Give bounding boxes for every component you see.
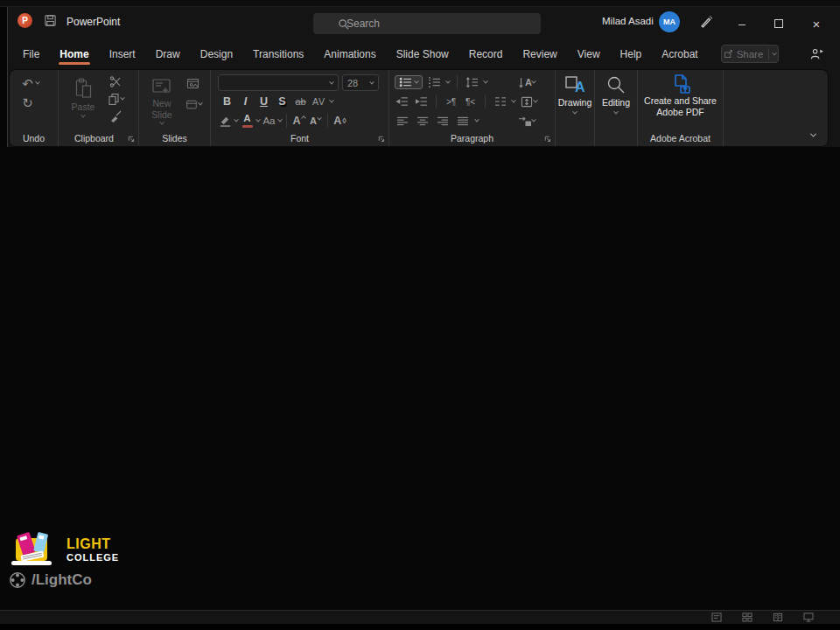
account-avatar[interactable]: MA (659, 11, 680, 32)
bullets-button[interactable] (395, 75, 423, 89)
tab-slide-show[interactable]: Slide Show (396, 43, 450, 66)
font-name-combo[interactable] (218, 74, 339, 91)
align-center-button[interactable] (415, 113, 430, 129)
tab-file[interactable]: File (22, 43, 40, 66)
align-left-icon (396, 116, 409, 126)
cut-button[interactable] (108, 74, 122, 89)
clipboard-dialog-launcher[interactable] (127, 135, 135, 143)
highlight-dropdown-chevron[interactable] (234, 117, 239, 122)
italic-button[interactable]: I (238, 94, 253, 109)
paragraph-dialog-launcher[interactable] (543, 135, 551, 143)
align-text-button[interactable] (519, 94, 534, 109)
save-button[interactable] (44, 14, 57, 27)
line-spacing-chevron[interactable] (483, 79, 488, 84)
account-name[interactable]: Milad Asadi (602, 16, 654, 26)
inking-pen-icon[interactable] (697, 14, 713, 30)
font-size-value: 28 (347, 78, 358, 88)
align-right-button[interactable] (435, 113, 450, 129)
close-button[interactable]: × (802, 7, 831, 40)
text-direction-button[interactable]: A (517, 74, 532, 90)
text-shadow-button[interactable]: S (275, 94, 290, 109)
tab-home[interactable]: Home (59, 43, 89, 66)
paste-button[interactable]: Paste (64, 73, 102, 129)
bottom-black-strip (0, 624, 840, 630)
redo-button[interactable]: ↻ (20, 94, 35, 110)
section-button[interactable] (184, 96, 199, 112)
columns-button[interactable] (493, 94, 508, 109)
align-text-chevron[interactable] (533, 98, 538, 103)
tab-acrobat[interactable]: Acrobat (661, 43, 698, 66)
format-painter-button[interactable] (108, 108, 122, 124)
tab-review[interactable]: Review (522, 43, 557, 66)
tab-draw[interactable]: Draw (155, 43, 181, 66)
rtl-direction-button[interactable]: ¶< (463, 94, 478, 109)
slideshow-view-button[interactable] (803, 612, 814, 622)
justify-button[interactable] (455, 113, 470, 129)
numbering-button[interactable] (427, 74, 442, 90)
change-case-button[interactable]: Aa (262, 113, 276, 129)
slides-group-label: Slides (139, 133, 210, 144)
tab-design[interactable]: Design (200, 43, 234, 66)
adobe-pdf-icon (670, 74, 691, 94)
tab-help[interactable]: Help (620, 43, 643, 66)
share-button[interactable]: Share (721, 45, 779, 63)
numbering-chevron[interactable] (445, 79, 451, 84)
font-color-chevron[interactable] (256, 117, 261, 122)
new-slide-button[interactable]: New Slide (143, 73, 181, 129)
font-color-button[interactable]: A (240, 113, 255, 129)
slide-canvas[interactable]: LIGHT COLLEGE /LightCo (0, 147, 840, 610)
collapse-ribbon-chevron[interactable] (810, 131, 816, 137)
underline-button[interactable]: U (256, 94, 271, 109)
line-spacing-button[interactable] (465, 74, 480, 90)
minimize-button[interactable]: – (727, 7, 757, 40)
layout-button[interactable] (186, 75, 200, 91)
strikethrough-button[interactable]: ab (293, 94, 308, 109)
text-direction-chevron[interactable] (531, 79, 536, 84)
ribbon: ↶ ↻ Undo Paste (9, 69, 829, 147)
decrease-indent-button[interactable] (395, 94, 410, 109)
undo-dropdown-chevron[interactable] (35, 80, 40, 85)
font-dialog-launcher[interactable] (377, 135, 385, 143)
smartart-chevron[interactable] (531, 117, 536, 122)
increase-indent-button[interactable] (414, 94, 429, 109)
aparat-icon (9, 571, 26, 589)
tab-insert[interactable]: Insert (108, 43, 136, 66)
maximize-button[interactable] (764, 7, 794, 40)
shrink-font-button[interactable]: A (308, 113, 323, 129)
normal-view-button[interactable] (711, 612, 722, 622)
powerpoint-app-icon[interactable]: P (18, 13, 32, 28)
clear-formatting-button[interactable]: A◊ (332, 113, 347, 129)
reading-view-button[interactable] (773, 612, 783, 622)
search-input[interactable]: Search (313, 13, 541, 34)
undo-button[interactable]: ↶ (20, 75, 35, 91)
font-size-combo[interactable]: 28 (342, 74, 379, 91)
justify-chevron[interactable] (474, 117, 480, 122)
bold-button[interactable]: B (220, 94, 234, 109)
group-slides: New Slide Slides (139, 70, 211, 146)
change-case-chevron[interactable] (277, 117, 283, 122)
create-share-pdf-button[interactable]: Create and Share Adobe PDF (638, 70, 723, 126)
drawing-button[interactable]: A Drawing (556, 70, 594, 126)
tab-transitions[interactable]: Transitions (252, 43, 304, 66)
smartart-button[interactable] (517, 113, 532, 129)
character-spacing-chevron[interactable] (329, 98, 334, 103)
share-icon (724, 49, 733, 59)
tab-animations[interactable]: Animations (323, 43, 376, 66)
font-name-chevron (329, 79, 334, 84)
tab-record[interactable]: Record (468, 43, 504, 66)
copy-button[interactable] (106, 91, 121, 107)
align-left-button[interactable] (395, 113, 410, 129)
tab-view[interactable]: View (577, 43, 601, 66)
character-spacing-button[interactable]: AV (312, 94, 326, 109)
present-contact-icon[interactable] (809, 47, 824, 60)
slide-sorter-button[interactable] (742, 612, 752, 622)
section-dropdown-chevron[interactable] (198, 101, 203, 106)
text-highlight-button[interactable] (218, 113, 233, 129)
ltr-direction-button[interactable]: >¶ (444, 94, 458, 109)
clear-format-a: A (333, 115, 341, 127)
align-text-icon (521, 96, 533, 108)
copy-dropdown-chevron[interactable] (120, 95, 125, 101)
columns-chevron[interactable] (511, 98, 516, 103)
editing-button[interactable]: Editing (595, 70, 637, 126)
grow-font-button[interactable]: A (291, 113, 306, 129)
